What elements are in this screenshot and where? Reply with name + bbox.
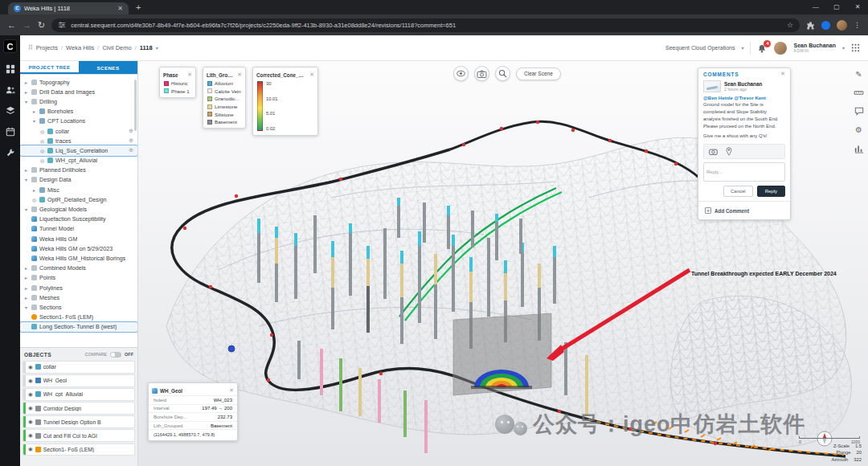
legend-cone-resistance[interactable]: ···· Corrected_Cone_Resist... ✕ 30 10.01… [252, 67, 318, 136]
close-icon[interactable]: ✕ [229, 387, 234, 394]
back-button[interactable]: ← [7, 21, 16, 30]
caret-icon[interactable]: ▸ [31, 187, 37, 193]
breadcrumb-projects[interactable]: Projects [36, 44, 58, 51]
tree-item-long-section-tunnel-b[interactable]: Long Section- Tunnel B (west) [20, 322, 137, 332]
caret-icon[interactable]: ▾ [23, 305, 29, 310]
extension-badge-icon[interactable] [821, 21, 830, 30]
object-row-cut-and-fill[interactable]: ◉Cut and Fill Col to AGI [23, 429, 135, 442]
compare-toggle[interactable] [110, 352, 121, 358]
caret-icon[interactable]: ▸ [23, 295, 29, 300]
comment-mentions[interactable]: @Ben Heinle @Trevor Kent [698, 94, 790, 101]
window-minimize-button[interactable]: — [805, 0, 826, 14]
visibility-eye-icon[interactable]: ◎ [39, 129, 45, 134]
calendar-icon[interactable] [5, 126, 15, 137]
revision-caret-icon[interactable]: ▾ [156, 45, 158, 51]
reload-button[interactable]: ↻ [38, 21, 45, 30]
object-row-wh-geol[interactable]: ◉WH_Geol [23, 374, 135, 387]
caret-icon[interactable]: ▸ [23, 89, 29, 95]
tree-item-weka-hills-gm-dated[interactable]: Weka Hills GM on 5/29/2023 [20, 243, 137, 253]
tree-item-meshes[interactable]: ▸Meshes [20, 292, 137, 302]
caret-icon[interactable]: ▸ [23, 275, 29, 280]
close-icon[interactable]: ✕ [237, 72, 242, 78]
users-icon[interactable] [5, 84, 15, 95]
tree-item-boreholes[interactable]: ▸Boreholes [20, 107, 137, 117]
seequent-logo[interactable]: C [3, 39, 17, 53]
visibility-eye-icon[interactable]: ◉ [28, 432, 33, 439]
app-launcher-grid-icon[interactable] [851, 43, 860, 52]
visibility-eye-icon[interactable]: ◉ [28, 446, 33, 452]
caret-icon[interactable]: ▾ [23, 206, 29, 212]
section-plane[interactable] [453, 313, 551, 395]
tree-item-section1-fos[interactable]: Section1- FoS (LEM) [20, 313, 137, 322]
tree-item-polylines[interactable]: ▸Polylines [20, 283, 137, 292]
caret-icon[interactable]: ▾ [23, 177, 29, 182]
visibility-eye-icon[interactable]: ◉ [28, 405, 33, 411]
url-bar[interactable]: central.seequent.com/d4fe30b7-8b49-4f7e-… [51, 18, 800, 32]
tree-item-points[interactable]: ▸Points [20, 273, 137, 283]
visibility-eye-icon[interactable]: ◎ [39, 148, 45, 153]
object-row-collar[interactable]: ◉collar [23, 361, 135, 374]
reply-button[interactable]: Reply [757, 186, 785, 197]
tree-item-liq-sus-correlation[interactable]: ◎Liq_Sus_Correlation⊕ [20, 145, 137, 155]
browser-profile-avatar[interactable] [837, 20, 847, 31]
tree-item-tunnel-model[interactable]: Tunnel Model [20, 224, 137, 234]
browser-menu-icon[interactable]: ⋮ [854, 21, 861, 29]
visibility-eye-icon[interactable]: ◉ [28, 391, 33, 398]
add-to-scene-icon[interactable]: ⊕ [129, 137, 133, 144]
reply-input[interactable] [703, 162, 785, 182]
new-tab-button[interactable]: + [136, 2, 141, 12]
scene-snapshot-icon[interactable] [709, 148, 718, 155]
bookmark-star-icon[interactable]: ☆ [787, 21, 793, 29]
notifications-bell-icon[interactable]: 4 [757, 43, 768, 54]
add-to-scene-icon[interactable]: ⊕ [129, 128, 133, 134]
apps-icon[interactable] [5, 63, 15, 74]
visibility-tool-button[interactable] [453, 66, 469, 81]
3d-viewport[interactable]: ···· Phase ✕ Historic Phase 1 ···· Lith_… [138, 61, 868, 466]
tree-item-sections[interactable]: ▾Sections [20, 302, 137, 312]
clear-scene-button[interactable]: Clear Scene [516, 67, 561, 80]
tree-item-misc[interactable]: ▸Misc [20, 185, 137, 194]
tree-item-wh-cpt-alluvial[interactable]: ◎WH_cpt_Alluvial [20, 156, 137, 166]
visibility-eye-icon[interactable]: ◎ [31, 197, 37, 202]
search-scene-button[interactable] [495, 66, 510, 81]
visibility-eye-icon[interactable]: ◉ [28, 364, 33, 370]
caret-icon[interactable]: ▸ [23, 80, 29, 85]
caret-icon[interactable]: ▾ [23, 99, 29, 104]
org-name[interactable]: Seequent Cloud Operations [665, 45, 735, 51]
tree-item-liquefaction-susceptibility[interactable]: Liquefaction Susceptibility [20, 215, 137, 224]
location-pin-icon[interactable] [726, 147, 732, 156]
caret-icon[interactable]: ▸ [23, 167, 29, 173]
scene-annotation[interactable]: Tunnel Breakthrough expected EARLY Decem… [691, 271, 837, 276]
visibility-eye-icon[interactable]: ◎ [39, 138, 45, 144]
projects-grid-icon[interactable]: ⠿ [28, 44, 33, 51]
legend-phase[interactable]: ···· Phase ✕ Historic Phase 1 [159, 67, 196, 98]
tree-item-topography[interactable]: ▸Topography [20, 77, 137, 87]
legend-lith-grouped[interactable]: ···· Lith_Grouped ✕ Alluvium Calcite Vei… [203, 67, 246, 129]
user-avatar[interactable] [774, 42, 787, 55]
visibility-eye-icon[interactable]: ◉ [28, 419, 33, 425]
tree-item-combined-models[interactable]: ▸Combined Models [20, 264, 137, 273]
caret-icon[interactable]: ▸ [23, 285, 29, 291]
caret-icon[interactable]: ▾ [31, 118, 37, 124]
close-icon[interactable]: ✕ [780, 71, 785, 77]
object-row-section1-fos[interactable]: ◉Section1- FoS (LEM) [23, 444, 135, 456]
close-icon[interactable]: ✕ [309, 72, 314, 78]
tree-item-collar[interactable]: ◎collar⊕ [20, 126, 137, 136]
comment-scene-thumbnail[interactable] [703, 80, 721, 92]
tab-close-icon[interactable]: ✕ [117, 5, 123, 12]
visibility-eye-icon[interactable]: ◎ [39, 157, 45, 163]
object-row-wh-cpt-alluvial[interactable]: ◉WH_cpt_Alluvial [23, 388, 135, 401]
breadcrumb-project[interactable]: Weka Hills [66, 44, 94, 51]
layers-icon[interactable] [5, 105, 15, 116]
tree-item-traces[interactable]: ◎traces⊕ [20, 136, 137, 145]
tree-item-optr-detailed-design[interactable]: ◎OptR_Detailed_Design [20, 194, 137, 204]
extensions-icon[interactable] [806, 21, 815, 30]
tree-item-planned-drillholes[interactable]: ▸Planned Drillholes [20, 166, 137, 175]
chart-icon[interactable] [854, 143, 864, 153]
tab-scenes[interactable]: SCENES [79, 61, 137, 74]
breadcrumb-demo[interactable]: Civil Demo [102, 44, 131, 51]
cancel-button[interactable]: Cancel [723, 186, 753, 197]
tree-item-geological-models[interactable]: ▾Geological Models [20, 204, 137, 214]
object-row-tunnel-design-option-b[interactable]: ◉Tunnel Design Option B [23, 415, 135, 428]
measure-ruler-icon[interactable] [854, 88, 864, 98]
